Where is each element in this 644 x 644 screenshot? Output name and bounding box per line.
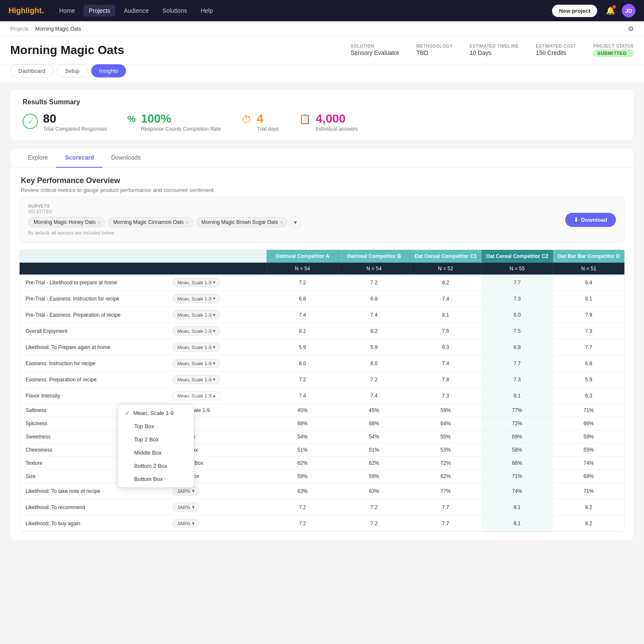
th-empty1 xyxy=(20,250,169,263)
chevron-down-icon: ▾ xyxy=(213,328,216,334)
row-measure[interactable]: Mean, Scale 1-9 ▾ xyxy=(169,275,267,291)
row-measure[interactable]: JAR% ▾ xyxy=(169,515,267,532)
default-note: By default, all surveys are included bel… xyxy=(28,230,558,235)
cell-val: 51% xyxy=(338,444,410,457)
stat-num-completion: 100% xyxy=(141,113,221,125)
breadcrumb-separator: / xyxy=(31,26,32,32)
nav-solutions[interactable]: Solutions xyxy=(157,5,192,17)
chevron-down-icon: ▾ xyxy=(213,361,216,366)
measure-dropdown-btn[interactable]: Mean, Scale 1-9 ▾ xyxy=(172,326,220,335)
measure-dropdown-btn[interactable]: Mean, Scale 1-9 ▾ xyxy=(172,294,220,303)
nav-audience[interactable]: Audience xyxy=(119,5,154,17)
cell-val: 8.0 xyxy=(338,355,410,372)
chip-remove-cinnamon[interactable]: × xyxy=(186,220,188,225)
sub-tabs-container: Explore Scorecard Downloads Key Performa… xyxy=(10,148,634,541)
chip-brown-sugar[interactable]: Morning Magic Brown Sugar Oats × xyxy=(196,217,288,227)
row-measure[interactable]: Mean, Scale 1-9 ▾ xyxy=(169,372,267,388)
logo: Highlight. xyxy=(9,6,44,15)
download-button[interactable]: ⬇ Download xyxy=(565,213,616,227)
cell-val: 7.8 xyxy=(410,372,481,388)
new-project-button[interactable]: New project xyxy=(552,5,597,17)
dropdown-item-bottom2-box[interactable]: Bottom 2 Box xyxy=(118,459,194,472)
cell-val: 6.8 xyxy=(338,291,410,307)
row-measure[interactable]: Mean, Scale 1-9 ▾ xyxy=(169,355,267,372)
cell-val: 6.8 xyxy=(553,355,624,372)
cell-val: 7.2 xyxy=(338,275,410,291)
tab-dashboard[interactable]: Dashboard xyxy=(10,64,54,77)
dropdown-item-middle-box[interactable]: Middle Box xyxy=(118,446,194,459)
cell-val: 74% xyxy=(481,483,553,499)
measure-dropdown-btn[interactable]: Mean, Scale 1-9 ▴ xyxy=(172,391,220,400)
cell-val: 59% xyxy=(553,430,624,444)
cell-val: 62% xyxy=(267,457,338,470)
chip-remove-brown-sugar[interactable]: × xyxy=(280,220,283,225)
dropdown-item-top2-box[interactable]: Top 2 Box xyxy=(118,433,194,446)
row-measure[interactable]: Mean, Scale 1-9 ▾ xyxy=(169,339,267,355)
cell-val: 7.2 xyxy=(267,275,338,291)
cell-val: 77% xyxy=(481,404,553,417)
sub-tab-explore[interactable]: Explore xyxy=(19,148,56,168)
cell-val: 62% xyxy=(410,470,481,483)
cell-val: 8.2 xyxy=(338,323,410,339)
th-n-d: N = 51 xyxy=(553,263,624,275)
dropdown-item-mean[interactable]: ✓ Mean, Scale 1-9 xyxy=(118,406,194,420)
nav-projects[interactable]: Projects xyxy=(83,5,115,17)
row-measure[interactable]: Mean, Scale 1-9 ▴ xyxy=(169,388,267,404)
clipboard-icon: 📋 xyxy=(299,114,310,125)
measure-dropdown-btn[interactable]: Mean, Scale 1-9 ▾ xyxy=(172,278,220,287)
chip-remove-honey[interactable]: × xyxy=(98,220,100,225)
measure-dropdown-btn[interactable]: JAR% ▾ xyxy=(172,487,199,495)
settings-icon[interactable]: ⚙ xyxy=(628,25,634,33)
dropdown-item-bottom-box[interactable]: Bottom Box xyxy=(118,472,194,486)
th-competitor-b: Oatmeal Competitor B xyxy=(338,250,410,263)
row-measure[interactable]: Mean, Scale 1-9 ▾ xyxy=(169,323,267,339)
cell-val: 8.0 xyxy=(267,355,338,372)
table-row: Texture Bottom 2 Box 62% 62% 72% 66% 74% xyxy=(20,457,624,470)
navigation: Highlight. Home Projects Audience Soluti… xyxy=(0,0,644,21)
nav-help[interactable]: Help xyxy=(196,5,218,17)
cell-val: 7.2 xyxy=(267,499,338,515)
tab-insights[interactable]: Insights xyxy=(91,64,126,77)
cell-val: 71% xyxy=(553,483,624,499)
cell-val: 72% xyxy=(410,457,481,470)
table-row: Likelihood: To take note of recipe JAR% … xyxy=(20,483,624,499)
row-label: Pre-Trial - Easiness: Preparation of rec… xyxy=(20,307,169,323)
avatar[interactable]: JD xyxy=(622,4,635,17)
measure-dropdown-menu: ✓ Mean, Scale 1-9 Top Box Top 2 Box xyxy=(118,404,194,488)
stat-num-answers: 4,000 xyxy=(316,113,358,125)
measure-dropdown-btn[interactable]: Mean, Scale 1-9 ▾ xyxy=(172,375,220,384)
chip-cinnamon-oats[interactable]: Morning Magic Cinnamon Oats × xyxy=(108,217,193,227)
cell-val: 8.2 xyxy=(553,499,624,515)
notification-bell[interactable]: 🔔 xyxy=(606,6,615,15)
cost-value: 150 Credits xyxy=(536,49,576,56)
nav-home[interactable]: Home xyxy=(54,5,80,17)
row-measure[interactable]: Mean, Scale 1-9 ▾ xyxy=(169,291,267,307)
measure-dropdown-btn[interactable]: Mean, Scale 1-9 ▾ xyxy=(172,359,220,368)
surveys-dropdown-button[interactable]: ▾ xyxy=(290,217,301,228)
table-row: Likelihood: To buy again JAR% ▾ 7.2 7.2 … xyxy=(20,515,624,532)
project-header: Morning Magic Oats SOLUTION Sensory Eval… xyxy=(0,37,644,64)
sub-tab-downloads[interactable]: Downloads xyxy=(103,148,149,168)
chip-honey-oats[interactable]: Morning Magic Honey Oats × xyxy=(28,217,105,227)
row-measure[interactable]: JAR% ▾ xyxy=(169,499,267,515)
tab-setup[interactable]: Setup xyxy=(57,64,88,77)
check-icon: ✓ xyxy=(125,409,130,416)
breadcrumb-parent[interactable]: Projects xyxy=(10,26,29,32)
cell-val: 7.6 xyxy=(410,323,481,339)
cell-val: 8.1 xyxy=(553,291,624,307)
cell-val: 8.4 xyxy=(553,275,624,291)
measure-dropdown-btn[interactable]: Mean, Scale 1-9 ▾ xyxy=(172,310,220,319)
measure-dropdown-btn[interactable]: JAR% ▾ xyxy=(172,519,199,528)
cell-val: 59% xyxy=(267,470,338,483)
stat-responses: ✓ 80 Total Completed Responses xyxy=(23,113,107,132)
sub-tab-scorecard[interactable]: Scorecard xyxy=(56,148,102,168)
measure-dropdown-btn[interactable]: JAR% ▾ xyxy=(172,503,199,512)
dropdown-item-top-box[interactable]: Top Box xyxy=(118,420,194,433)
data-table: Oatmeal Competitor A Oatmeal Competitor … xyxy=(20,250,624,532)
summary-title: Results Summary xyxy=(23,98,621,106)
row-measure[interactable]: Mean, Scale 1-9 ▾ xyxy=(169,307,267,323)
download-label: Download xyxy=(581,217,607,223)
summary-stats: ✓ 80 Total Completed Responses % 100% Re… xyxy=(23,113,621,132)
kpi-title: Key Performance Overview xyxy=(21,176,623,185)
measure-dropdown-btn[interactable]: Mean, Scale 1-9 ▾ xyxy=(172,343,220,352)
